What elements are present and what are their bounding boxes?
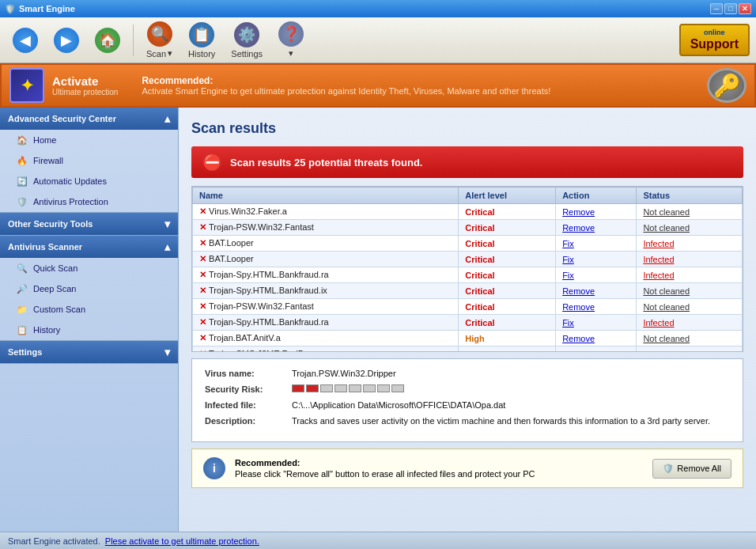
sidebar-item-custom-scan[interactable]: 📁 Custom Scan bbox=[0, 299, 178, 320]
support-button[interactable]: online Support bbox=[679, 24, 750, 57]
forward-icon: ▶ bbox=[54, 28, 79, 53]
toolbar-separator-1 bbox=[133, 25, 134, 56]
sidebar-item-deep-scan[interactable]: 🔎 Deep Scan bbox=[0, 278, 178, 299]
security-risk-label: Security Risk: bbox=[205, 384, 292, 394]
cell-action[interactable]: Fix bbox=[556, 236, 637, 252]
action-link[interactable]: Fix bbox=[562, 271, 574, 280]
table-row[interactable]: ✕ BAT.Looper Critical Fix Infected bbox=[193, 252, 743, 267]
remove-all-button[interactable]: 🛡️ Remove All bbox=[652, 459, 731, 479]
title-bar-left: 🛡️ Smart Engine bbox=[5, 4, 75, 14]
cell-action[interactable]: Remove bbox=[556, 283, 637, 299]
cell-alert: Low bbox=[459, 346, 556, 353]
cell-status: Not cleaned bbox=[637, 220, 743, 236]
table-row[interactable]: ✕ Trojan-PSW.Win32.Fantast Critical Remo… bbox=[193, 220, 743, 236]
threat-icon: ✕ bbox=[199, 270, 209, 279]
content-area: Scan results ⛔ Scan results 25 potential… bbox=[179, 108, 756, 532]
activate-banner: ✦ Activate Ultimate protection Recommend… bbox=[0, 63, 756, 108]
scan-button[interactable]: 🔍 Scan ▾ bbox=[140, 18, 179, 62]
table-row[interactable]: ✕ Trojan-Spy.HTML.Bankfraud.ix Critical … bbox=[193, 283, 743, 299]
cell-action[interactable]: Fix bbox=[556, 315, 637, 331]
scanner-header[interactable]: Antivirus Scanner bbox=[0, 236, 178, 258]
maximize-button[interactable]: □ bbox=[724, 3, 737, 14]
risk-segment bbox=[391, 384, 404, 392]
action-link[interactable]: Remove bbox=[562, 223, 595, 233]
scan-label: Scan ▾ bbox=[146, 48, 172, 59]
results-table-container[interactable]: Name Alert level Action Status ✕ Virus.W… bbox=[191, 186, 743, 352]
table-row[interactable]: ✕ Trojan-Spy.HTML.Bankfraud.ra Critical … bbox=[193, 267, 743, 283]
remove-all-label: Remove All bbox=[677, 464, 721, 473]
other-tools-label: Other Security Tools bbox=[8, 219, 93, 229]
action-link[interactable]: Fix bbox=[562, 318, 574, 328]
action-link[interactable]: Remove bbox=[562, 207, 595, 217]
history-button[interactable]: 📋 History bbox=[182, 19, 221, 62]
cell-action[interactable]: Remove bbox=[556, 299, 637, 315]
activate-text-block: Activate Ultimate protection bbox=[52, 74, 118, 97]
infected-file-label: Infected file: bbox=[205, 400, 292, 410]
sidebar-section-scanner: Antivirus Scanner 🔍 Quick Scan 🔎 Deep Sc… bbox=[0, 236, 178, 341]
action-link[interactable]: Fix bbox=[562, 255, 574, 264]
history-toolbar-icon: 📋 bbox=[189, 22, 214, 47]
table-row[interactable]: ✕ Virus.Win32.Faker.a Critical Remove No… bbox=[193, 204, 743, 220]
threat-icon: ✕ bbox=[199, 333, 209, 343]
threat-icon: ✕ bbox=[199, 254, 209, 263]
cell-status: Infected bbox=[637, 252, 743, 267]
home-icon: 🏠 bbox=[95, 28, 120, 53]
forward-button[interactable]: ▶ bbox=[47, 25, 85, 56]
sidebar-item-firewall-label: Firewall bbox=[33, 156, 63, 165]
status-bar: Smart Engine activated. Plese activate t… bbox=[0, 532, 756, 549]
recommendation-panel: i Recommended: Please click "Remove all"… bbox=[191, 449, 743, 488]
sidebar-item-auto-updates[interactable]: 🔄 Automatic Updates bbox=[0, 171, 178, 191]
close-button[interactable]: ✕ bbox=[739, 3, 751, 14]
status-link[interactable]: Plese activate to get ultimate protectio… bbox=[105, 536, 259, 546]
cell-action[interactable]: Remove bbox=[556, 331, 637, 346]
cell-action[interactable]: Remove bbox=[556, 204, 637, 220]
settings-sidebar-label: Settings bbox=[8, 347, 42, 357]
minimize-button[interactable]: ─ bbox=[710, 3, 723, 14]
table-row[interactable]: ✕ Trojan-PSW.Win32.Fantast Critical Remo… bbox=[193, 299, 743, 315]
scanner-label: Antivirus Scanner bbox=[8, 242, 82, 252]
settings-sidebar-header[interactable]: Settings bbox=[0, 341, 178, 363]
action-link[interactable]: Remove bbox=[562, 334, 595, 343]
action-link[interactable]: Remove bbox=[562, 350, 595, 353]
table-row[interactable]: ✕ Trojan.BAT.AnitV.a High Remove Not cle… bbox=[193, 331, 743, 346]
sidebar-item-home-label: Home bbox=[33, 135, 56, 145]
back-button[interactable]: ◀ bbox=[6, 25, 44, 56]
advanced-security-label: Advanced Security Center bbox=[8, 114, 116, 123]
col-alert: Alert level bbox=[459, 187, 556, 204]
sidebar-item-quick-scan[interactable]: 🔍 Quick Scan bbox=[0, 258, 178, 278]
cell-alert: Critical bbox=[459, 283, 556, 299]
cell-action[interactable]: Remove bbox=[556, 346, 637, 353]
other-tools-header[interactable]: Other Security Tools bbox=[0, 213, 178, 235]
table-row[interactable]: ✕ Trojan-SMS.J2ME.RedBrowser.a Low Remov… bbox=[193, 346, 743, 353]
home-button[interactable]: 🏠 bbox=[89, 25, 127, 56]
action-link[interactable]: Remove bbox=[562, 302, 595, 312]
action-link[interactable]: Fix bbox=[562, 239, 574, 248]
advanced-security-header[interactable]: Advanced Security Center bbox=[0, 108, 178, 130]
sidebar-item-history[interactable]: 📋 History bbox=[0, 320, 178, 340]
cell-name: ✕ Trojan.BAT.AnitV.a bbox=[193, 331, 459, 346]
alert-text: Scan results 25 potential threats found. bbox=[230, 157, 422, 168]
cell-action[interactable]: Remove bbox=[556, 220, 637, 236]
action-link[interactable]: Remove bbox=[562, 286, 595, 296]
help-button[interactable]: ❓ ▾ bbox=[272, 18, 310, 62]
table-row[interactable]: ✕ Trojan-Spy.HTML.Bankfraud.ra Critical … bbox=[193, 315, 743, 331]
details-virus-name-row: Virus name: Trojan.PSW.Win32.Dripper bbox=[205, 369, 730, 378]
sidebar-item-firewall[interactable]: 🔥 Firewall bbox=[0, 150, 178, 171]
sidebar-item-home[interactable]: 🏠 Home bbox=[0, 130, 178, 150]
help-icon: ❓ bbox=[278, 21, 304, 47]
status-text: Smart Engine activated. bbox=[8, 536, 100, 546]
cell-action[interactable]: Fix bbox=[556, 252, 637, 267]
table-row[interactable]: ✕ BAT.Looper Critical Fix Infected bbox=[193, 236, 743, 252]
cell-alert: Critical bbox=[459, 204, 556, 220]
toolbar: ◀ ▶ 🏠 🔍 Scan ▾ 📋 History ⚙️ Settings ❓ ▾… bbox=[0, 17, 756, 63]
cell-name: ✕ BAT.Looper bbox=[193, 236, 459, 252]
cell-action[interactable]: Fix bbox=[556, 267, 637, 283]
sidebar-item-auto-updates-label: Automatic Updates bbox=[33, 176, 107, 186]
threat-icon: ✕ bbox=[199, 238, 209, 248]
history-label: History bbox=[188, 49, 215, 59]
cell-status: Infected bbox=[637, 267, 743, 283]
history-sidebar-icon: 📋 bbox=[16, 324, 28, 336]
sidebar-item-antivirus[interactable]: 🛡️ Antivirus Protection bbox=[0, 191, 178, 212]
cell-alert: Critical bbox=[459, 220, 556, 236]
settings-button[interactable]: ⚙️ Settings bbox=[225, 19, 269, 62]
